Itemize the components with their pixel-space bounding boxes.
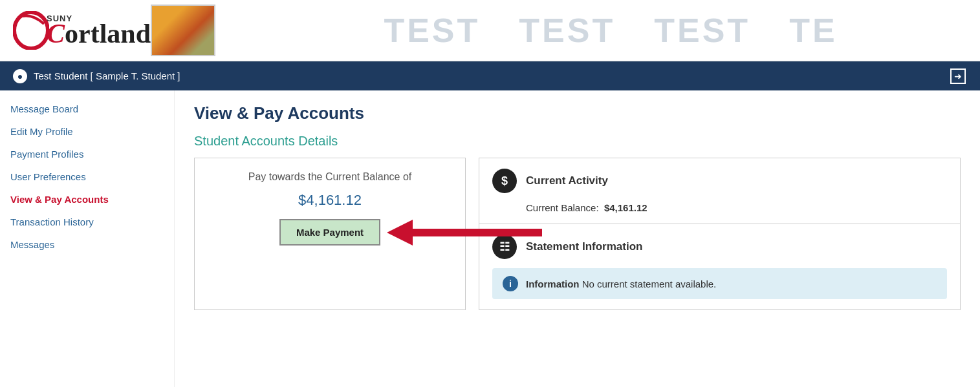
sidebar-item-edit-my-profile[interactable]: Edit My Profile bbox=[10, 126, 164, 137]
nav-user: ● Test Student [ Sample T. Student ] bbox=[13, 69, 180, 83]
main-content: View & Pay Accounts Student Accounts Det… bbox=[175, 90, 980, 387]
arrow-line bbox=[413, 229, 542, 236]
test-watermark-1: TEST bbox=[384, 11, 480, 50]
sidebar-item-transaction-history[interactable]: Transaction History bbox=[10, 216, 164, 227]
sidebar-item-view-pay-accounts[interactable]: View & Pay Accounts bbox=[10, 194, 164, 205]
sidebar-item-payment-profiles[interactable]: Payment Profiles bbox=[10, 149, 164, 160]
main-layout: Message Board Edit My Profile Payment Pr… bbox=[0, 90, 980, 387]
logo-ortland: Cortland bbox=[47, 20, 151, 47]
logo: SUNY Cortland bbox=[13, 11, 151, 50]
make-payment-button[interactable]: Make Payment bbox=[279, 219, 380, 246]
test-watermarks: TEST TEST TEST TE bbox=[215, 11, 967, 50]
current-activity-title: Current Activity bbox=[526, 174, 608, 187]
sidebar-item-message-board[interactable]: Message Board bbox=[10, 103, 164, 114]
sidebar-item-user-preferences[interactable]: User Preferences bbox=[10, 171, 164, 182]
nav-user-label: Test Student [ Sample T. Student ] bbox=[34, 70, 180, 81]
section-title: Student Accounts Details bbox=[194, 134, 961, 149]
right-panels: $ Current Activity Current Balance: $4,1… bbox=[479, 158, 961, 310]
activity-panel: $ Current Activity Current Balance: $4,1… bbox=[479, 158, 961, 224]
statement-info-title: Statement Information bbox=[526, 240, 642, 253]
page-title: View & Pay Accounts bbox=[194, 103, 961, 123]
info-label: Information bbox=[526, 278, 580, 289]
balance-amount: $4,161.12 bbox=[208, 192, 452, 209]
logout-box-icon: ➜ bbox=[950, 68, 966, 84]
logout-button[interactable]: ➜ bbox=[949, 67, 967, 85]
activity-panel-header: $ Current Activity bbox=[492, 169, 947, 193]
balance-label: Pay towards the Current Balance of bbox=[208, 171, 452, 183]
logo-name-block: SUNY Cortland bbox=[47, 14, 151, 47]
left-panel: Pay towards the Current Balance of $4,16… bbox=[194, 158, 466, 310]
user-icon: ● bbox=[13, 69, 27, 83]
test-watermark-3: TEST bbox=[654, 11, 750, 50]
info-box: i Information No current statement avail… bbox=[492, 268, 947, 299]
header-image bbox=[151, 5, 215, 56]
statement-panel: ☷ Statement Information i Information No… bbox=[479, 224, 961, 310]
test-watermark-2: TEST bbox=[519, 11, 615, 50]
top-header: SUNY Cortland TEST TEST TEST TE bbox=[0, 0, 980, 61]
info-icon: i bbox=[503, 276, 518, 291]
info-text: Information No current statement availab… bbox=[526, 278, 716, 289]
test-watermark-4: TE bbox=[789, 11, 837, 50]
arrow-head-icon bbox=[387, 220, 413, 246]
content-grid: Pay towards the Current Balance of $4,16… bbox=[194, 158, 961, 310]
current-balance-label: Current Balance: bbox=[526, 202, 599, 213]
arrow-indicator bbox=[387, 220, 542, 246]
info-message: No current statement available. bbox=[582, 278, 717, 289]
current-balance-row: Current Balance: $4,161.12 bbox=[526, 202, 947, 213]
sidebar: Message Board Edit My Profile Payment Pr… bbox=[0, 90, 175, 387]
sidebar-item-messages[interactable]: Messages bbox=[10, 239, 164, 250]
dollar-icon: $ bbox=[492, 169, 517, 193]
current-balance-value: $4,161.12 bbox=[604, 202, 648, 213]
statement-panel-header: ☷ Statement Information bbox=[492, 235, 947, 259]
nav-bar: ● Test Student [ Sample T. Student ] ➜ bbox=[0, 61, 980, 90]
logo-swirl-icon bbox=[13, 11, 49, 50]
